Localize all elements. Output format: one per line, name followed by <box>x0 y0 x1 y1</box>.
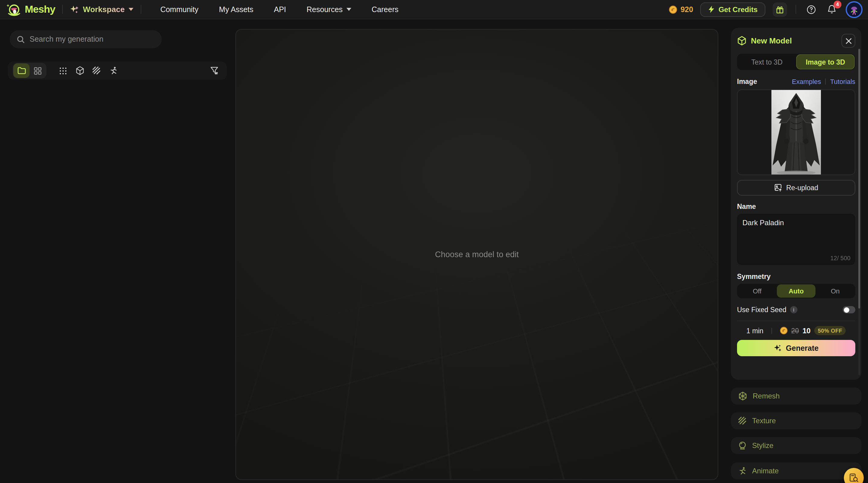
fixed-seed-label: Use Fixed Seed <box>737 306 786 313</box>
filter-textures-button[interactable] <box>89 63 104 79</box>
notification-badge: 4 <box>834 0 841 8</box>
texture-button[interactable]: Texture <box>731 412 861 429</box>
filter-animations-button[interactable] <box>105 63 121 79</box>
filter-models-button[interactable] <box>72 63 88 79</box>
chevron-down-icon <box>128 8 133 11</box>
grid-view-button[interactable] <box>30 63 46 78</box>
close-panel-button[interactable] <box>841 34 855 48</box>
link-divider <box>825 79 826 85</box>
generate-button[interactable]: Generate <box>737 340 855 356</box>
fixed-seed-toggle[interactable] <box>843 306 855 313</box>
coin-icon <box>669 5 678 13</box>
folder-view-button[interactable] <box>13 63 30 78</box>
symmetry-segmented-control: Off Auto On <box>737 284 855 298</box>
price-divider <box>771 328 772 334</box>
panel-title: New Model <box>751 36 837 45</box>
discount-badge: 50% OFF <box>814 326 846 335</box>
tab-text-to-3d[interactable]: Text to 3D <box>738 54 796 69</box>
user-avatar[interactable] <box>846 1 863 18</box>
meshy-mascot-icon <box>5 2 21 17</box>
estimated-time: 1 min <box>746 327 763 334</box>
lightning-bolt-icon <box>708 5 715 13</box>
name-field-container: Dark Paladin 12/ 500 <box>737 214 855 265</box>
navbar-right: 920 Get Credits <box>669 1 863 18</box>
hatch-texture-icon <box>738 417 747 425</box>
remesh-label: Remesh <box>753 392 780 400</box>
uploaded-image-preview[interactable] <box>737 89 855 175</box>
nav-item-api[interactable]: API <box>274 5 286 13</box>
workspace-label: Workspace <box>83 5 125 14</box>
symmetry-option-auto[interactable]: Auto <box>777 284 815 298</box>
image-label: Image <box>737 78 792 85</box>
generate-label: Generate <box>786 344 818 352</box>
panel-header: New Model <box>737 34 855 48</box>
runner-icon <box>109 66 118 75</box>
nav-links: Community My Assets API Resources Career… <box>160 5 398 13</box>
folder-icon <box>17 67 26 74</box>
coin-icon <box>780 327 787 334</box>
dark-paladin-image <box>771 89 821 175</box>
runner-icon <box>738 466 747 476</box>
navbar-divider-3 <box>796 5 796 14</box>
question-circle-icon <box>806 4 816 14</box>
symmetry-section-header: Symmetry <box>737 273 855 280</box>
crystal-ball-icon <box>738 441 747 450</box>
panel-scrollbar[interactable] <box>858 49 860 308</box>
symmetry-option-on[interactable]: On <box>816 284 855 298</box>
info-icon[interactable]: i <box>790 306 797 313</box>
sort-filter-button[interactable] <box>207 63 222 79</box>
toggle-knob <box>843 307 849 312</box>
gift-button[interactable] <box>773 2 787 17</box>
animate-label: Animate <box>752 467 779 475</box>
gift-icon <box>776 5 784 13</box>
top-navbar: Meshy Workspace Community My Assets API … <box>0 0 868 19</box>
navbar-divider <box>62 5 63 14</box>
nav-item-resources-label: Resources <box>307 5 343 13</box>
animate-button[interactable]: Animate <box>731 462 861 479</box>
nav-item-my-assets[interactable]: My Assets <box>219 5 253 13</box>
remesh-button[interactable]: Remesh <box>731 388 861 404</box>
app-root: Meshy Workspace Community My Assets API … <box>0 0 868 483</box>
original-cost: 20 <box>791 327 799 334</box>
symmetry-label: Symmetry <box>737 273 855 280</box>
notifications-button[interactable]: 4 <box>825 3 838 16</box>
brand-logo[interactable]: Meshy <box>5 2 55 17</box>
panel-divider <box>737 321 855 321</box>
search-input[interactable] <box>30 35 155 43</box>
credit-balance[interactable]: 920 <box>669 5 693 13</box>
discounted-cost: 10 <box>803 326 811 335</box>
sparkle-icon <box>774 344 782 352</box>
image-upload-icon <box>774 184 783 192</box>
image-section-header: Image Examples Tutorials <box>737 78 855 85</box>
editor-viewport[interactable]: Choose a model to edit <box>236 29 718 480</box>
nav-item-careers[interactable]: Careers <box>372 5 398 13</box>
new-model-panel: New Model Text to 3D Image to 3D Image E… <box>731 28 861 380</box>
remesh-icon <box>738 391 747 401</box>
generation-toolbar <box>8 62 227 80</box>
tab-image-to-3d[interactable]: Image to 3D <box>796 54 855 69</box>
get-credits-label: Get Credits <box>719 5 757 13</box>
mode-tabs: Text to 3D Image to 3D <box>737 54 855 70</box>
document-search-icon <box>849 473 859 483</box>
workspace-menu[interactable]: Workspace <box>70 5 133 14</box>
symmetry-option-off[interactable]: Off <box>738 284 777 298</box>
viewport-empty-state: Choose a model to edit <box>236 250 718 259</box>
tutorials-link[interactable]: Tutorials <box>830 78 855 85</box>
navbar-divider-2 <box>140 5 141 14</box>
help-button[interactable] <box>805 3 818 16</box>
model-name-input[interactable]: Dark Paladin <box>737 214 855 265</box>
reupload-button[interactable]: Re-upload <box>737 180 855 195</box>
view-mode-group <box>13 63 46 79</box>
examples-link[interactable]: Examples <box>792 78 821 85</box>
fixed-seed-row: Use Fixed Seed i <box>737 306 855 313</box>
filter-all-button[interactable] <box>55 63 71 79</box>
stylize-button[interactable]: Stylize <box>731 437 861 454</box>
search-icon <box>17 35 25 43</box>
hatch-texture-icon <box>92 66 101 75</box>
cube-icon <box>75 66 84 76</box>
grid-2x2-icon <box>34 67 42 74</box>
nav-item-community[interactable]: Community <box>160 5 198 13</box>
reupload-label: Re-upload <box>786 184 818 191</box>
nav-item-resources[interactable]: Resources <box>307 5 351 13</box>
get-credits-button[interactable]: Get Credits <box>701 2 765 17</box>
